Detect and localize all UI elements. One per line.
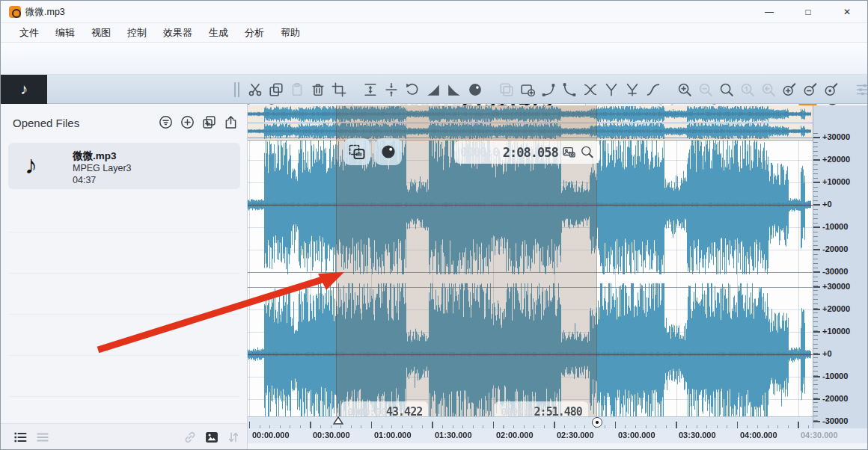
spectrogram-view-icon[interactable] — [204, 430, 219, 445]
axis-label: +30000 — [822, 282, 850, 291]
link-channels-icon — [183, 430, 198, 445]
axis-label: +20000 — [822, 304, 850, 313]
window-title: 微微.mp3 — [25, 6, 65, 19]
app-window: 微微.mp3 — □ ✕ 文件 编辑 视图 控制 效果器 生成 分析 帮助 i … — [0, 0, 868, 450]
file-name: 微微.mp3 — [73, 150, 117, 163]
gain-knob-icon[interactable] — [467, 81, 483, 98]
menu-help[interactable]: 帮助 — [272, 26, 308, 40]
axis-label: -10000 — [822, 222, 848, 231]
split-curve-icon[interactable] — [603, 81, 620, 98]
waveform-display[interactable]: 0000:0 2:08.058 0000:00 43.422 0000:0 2:… — [248, 105, 813, 423]
close-button[interactable]: ✕ — [830, 1, 864, 23]
split-channels-icon[interactable] — [383, 81, 400, 98]
maximize-button[interactable]: □ — [791, 1, 825, 23]
axis-label: +30000 — [822, 132, 850, 141]
menu-view[interactable]: 视图 — [83, 26, 119, 40]
envelope-curve-down-icon[interactable] — [561, 81, 578, 98]
list-view-icon[interactable] — [13, 430, 28, 445]
cut-icon[interactable] — [247, 81, 263, 98]
mixer-levels-icon[interactable] — [855, 81, 868, 98]
gain-tool-button[interactable] — [375, 138, 402, 165]
menu-file[interactable]: 文件 — [11, 26, 47, 40]
paste-icon — [289, 81, 305, 98]
track-note-icon: ♪ — [1, 75, 47, 104]
menu-edit[interactable]: 编辑 — [47, 26, 83, 40]
reverse-icon[interactable] — [404, 81, 421, 98]
axis-label: +10000 — [822, 177, 850, 186]
selection-tool-button[interactable] — [343, 138, 370, 165]
cursor-position-readout: 0000:0 2:08.058 — [454, 141, 600, 164]
axis-label: -10000 — [822, 372, 848, 380]
timeline-tick-label: 04:00.000 — [740, 431, 777, 440]
axis-label: +0 — [822, 200, 832, 209]
smooth-curve-icon[interactable] — [645, 81, 661, 98]
add-file-icon[interactable] — [180, 114, 195, 130]
timeline-tick-label: 01:30.000 — [435, 431, 472, 440]
add-region-icon[interactable] — [519, 81, 536, 98]
transport-toolbar: i 48 kHz stereo -0000:0 2:51.479 Decimal — [1, 43, 867, 75]
axis-label: +10000 — [822, 327, 850, 336]
minimize-button[interactable]: — — [752, 1, 786, 23]
file-duration: 04:37 — [73, 175, 96, 185]
timeline-tick-label: 03:00.000 — [618, 431, 655, 440]
copy-icon[interactable] — [268, 81, 284, 98]
timeline-labels: 00:00.000 00:30.000 01:00.000 01:30.000 … — [248, 428, 868, 443]
envelope-curve-up-icon[interactable] — [540, 81, 557, 98]
axis-label: +0 — [822, 349, 832, 358]
zoom-full-icon — [739, 81, 756, 98]
file-list-item[interactable]: ♪ 微微.mp3 MPEG Layer3 04:37 — [8, 143, 240, 189]
axis-label: -30000 — [822, 267, 848, 276]
merge-curve-icon[interactable] — [624, 81, 641, 98]
timeline-tick-label: 01:00.000 — [374, 431, 412, 440]
compact-view-icon[interactable] — [35, 430, 50, 445]
zoom-out-icon — [697, 81, 714, 98]
trim-icon[interactable] — [331, 81, 347, 98]
position-ghost-digits: 0000:0 — [460, 145, 499, 159]
menu-generate[interactable]: 生成 — [201, 26, 236, 40]
export-file-icon[interactable] — [223, 114, 239, 130]
file-format: MPEG Layer3 — [73, 163, 132, 173]
snapshot-icon[interactable] — [562, 145, 576, 159]
app-icon — [9, 6, 21, 18]
timeline-tick-label: 02:00.000 — [496, 431, 534, 440]
vertical-zoom-in-icon[interactable] — [781, 81, 798, 98]
position-value: 2:08.058 — [503, 145, 558, 160]
menu-bar: 文件 编辑 视图 控制 效果器 生成 分析 帮助 — [1, 23, 867, 43]
playhead-handle[interactable] — [592, 417, 602, 428]
zoom-in-icon[interactable] — [676, 81, 693, 98]
axis-label: +20000 — [822, 155, 850, 164]
fade-out-icon[interactable] — [446, 81, 462, 98]
menu-analyze[interactable]: 分析 — [236, 26, 272, 40]
selection-start-handle[interactable] — [333, 416, 343, 425]
expand-vertical-icon[interactable] — [362, 81, 379, 98]
sort-files-icon — [226, 430, 241, 445]
axis-label: -20000 — [822, 394, 848, 403]
amplitude-axis: +30000 +20000 +10000 +0 -10000 -20000 -3… — [813, 105, 868, 428]
file-note-icon: ♪ — [25, 150, 37, 179]
zoom-selection-icon[interactable] — [718, 81, 735, 98]
timeline-tick-label: 00:00.000 — [252, 431, 290, 440]
axis-label: -20000 — [822, 244, 848, 253]
edit-toolbar: ♪ — [1, 75, 867, 104]
group-regions-icon — [498, 81, 515, 98]
timeline-tick-label: 04:30.000 — [801, 431, 838, 440]
opened-files-panel: Opened Files ♪ 微微.mp3 MPEG Layer3 04:37 — [1, 104, 248, 423]
axis-label: -30000 — [822, 416, 848, 425]
timeline-tick-label: 02:30.000 — [557, 431, 594, 440]
crossfade-icon[interactable] — [582, 81, 599, 98]
timeline-tick-label: 03:30.000 — [679, 431, 716, 440]
sidebar-footer — [1, 423, 248, 450]
delete-icon[interactable] — [310, 81, 326, 98]
filter-files-icon[interactable] — [158, 114, 174, 130]
menu-control[interactable]: 控制 — [119, 26, 155, 40]
fade-in-icon[interactable] — [425, 81, 441, 98]
toolbar-grip[interactable] — [234, 82, 239, 97]
magnifier-icon[interactable] — [580, 145, 594, 159]
vertical-zoom-out-icon[interactable] — [802, 81, 819, 98]
panel-title: Opened Files — [13, 117, 79, 129]
title-bar: 微微.mp3 — □ ✕ — [1, 1, 867, 23]
menu-effects[interactable]: 效果器 — [155, 26, 201, 40]
duplicate-file-icon[interactable] — [201, 114, 217, 130]
vertical-zoom-reset-icon[interactable] — [823, 81, 840, 98]
timeline-tick-label: 00:30.000 — [313, 431, 350, 440]
